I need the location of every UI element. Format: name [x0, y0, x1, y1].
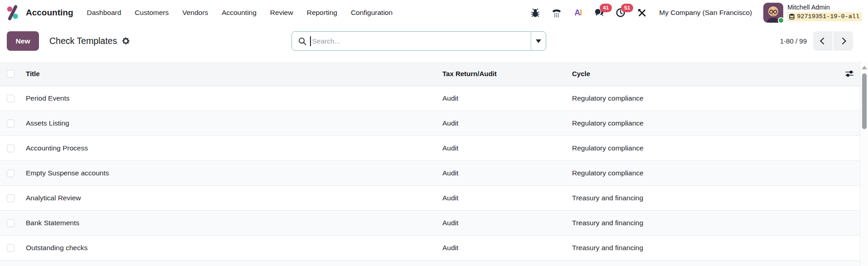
- table-row[interactable]: Accounting Process Audit Regulatory comp…: [0, 136, 860, 161]
- app-name[interactable]: Accounting: [26, 8, 73, 18]
- ai-icon[interactable]: AI: [573, 8, 583, 18]
- cell-cycle[interactable]: Treasury and financing: [567, 194, 860, 202]
- row-checkbox[interactable]: [7, 194, 15, 202]
- menu-item-accounting[interactable]: Accounting: [221, 7, 257, 19]
- database-name: 92719351-19-0-all: [797, 13, 859, 20]
- pager-previous-button[interactable]: [813, 31, 833, 51]
- menu-item-customers[interactable]: Customers: [134, 7, 170, 19]
- search-bar: [291, 31, 546, 51]
- tools-icon[interactable]: [637, 8, 647, 18]
- page-title: Check Templates: [49, 36, 117, 46]
- table-header: Title Tax Return/Audit Cycle: [0, 62, 860, 86]
- cell-tax-return-audit[interactable]: Audit: [437, 244, 567, 252]
- adjust-columns-icon[interactable]: [845, 70, 854, 78]
- cell-cycle[interactable]: Regulatory compliance: [567, 169, 860, 177]
- new-button[interactable]: New: [7, 31, 39, 51]
- cell-tax-return-audit[interactable]: Audit: [437, 169, 567, 177]
- row-checkbox[interactable]: [7, 145, 15, 152]
- pager-next-button[interactable]: [834, 31, 853, 51]
- scrollbar-thumb[interactable]: [862, 73, 867, 129]
- column-header-cycle[interactable]: Cycle: [567, 70, 860, 77]
- column-header-title[interactable]: Title: [21, 70, 437, 77]
- cell-title[interactable]: Assets Listing: [21, 119, 437, 127]
- cell-cycle[interactable]: Regulatory compliance: [567, 94, 860, 102]
- column-header-tax-return-audit[interactable]: Tax Return/Audit: [437, 70, 567, 77]
- cell-tax-return-audit[interactable]: Audit: [437, 119, 567, 127]
- menu-item-dashboard[interactable]: Dashboard: [86, 7, 122, 19]
- search-dropdown-toggle[interactable]: [531, 32, 546, 50]
- cell-title[interactable]: Empty Suspense accounts: [21, 169, 437, 177]
- bug-icon[interactable]: [530, 8, 540, 18]
- messages-count-badge: 41: [600, 4, 612, 12]
- cell-tax-return-audit[interactable]: Audit: [437, 194, 567, 202]
- messages-icon[interactable]: 41: [594, 8, 604, 18]
- gear-icon[interactable]: [121, 37, 131, 46]
- scroll-up-arrow-icon[interactable]: [862, 66, 867, 69]
- menu-item-reporting[interactable]: Reporting: [306, 7, 338, 19]
- activities-count-badge: 51: [621, 4, 633, 12]
- table-row[interactable]: Empty Suspense accounts Audit Regulatory…: [0, 161, 860, 186]
- chevron-right-icon: [839, 38, 846, 45]
- table-row[interactable]: Period Events Audit Regulatory complianc…: [0, 86, 860, 111]
- online-status-dot: [778, 17, 784, 24]
- user-menu[interactable]: Mitchell Admin 92719351-19-0-all: [763, 3, 862, 23]
- pager-range[interactable]: 1-80 / 99: [780, 37, 807, 45]
- chevron-left-icon: [820, 38, 827, 45]
- table-row[interactable]: Assets Listing Audit Regulatory complian…: [0, 111, 860, 136]
- database-badge: 92719351-19-0-all: [787, 12, 862, 21]
- select-all-checkbox[interactable]: [7, 70, 15, 77]
- table-row[interactable]: Analytical Review Audit Treasury and fin…: [0, 186, 860, 211]
- avatar: [763, 3, 783, 23]
- activities-icon[interactable]: 51: [616, 8, 626, 18]
- cell-title[interactable]: Bank Statements: [21, 219, 437, 227]
- table-row[interactable]: Outstanding checks Audit Treasury and fi…: [0, 236, 860, 261]
- cell-cycle[interactable]: Treasury and financing: [567, 244, 860, 252]
- database-icon: [789, 14, 795, 19]
- user-name: Mitchell Admin: [787, 4, 862, 11]
- navbar-systray: AI 41 51 My Company (San Francisco): [530, 3, 863, 23]
- top-navbar: Accounting Dashboard Customers Vendors A…: [0, 0, 868, 25]
- company-switcher[interactable]: My Company (San Francisco): [659, 9, 752, 17]
- list-view: Title Tax Return/Audit Cycle Period Even…: [0, 62, 860, 266]
- cell-tax-return-audit[interactable]: Audit: [437, 144, 567, 152]
- control-panel: New Check Templates 1-80 / 99: [0, 25, 868, 56]
- menu-item-configuration[interactable]: Configuration: [350, 7, 393, 19]
- pager: 1-80 / 99: [780, 31, 853, 51]
- row-checkbox[interactable]: [7, 120, 15, 127]
- cell-title[interactable]: Accounting Process: [21, 144, 437, 152]
- menu-item-review[interactable]: Review: [269, 7, 294, 19]
- text-cursor: [310, 36, 311, 46]
- cell-title[interactable]: Analytical Review: [21, 194, 437, 202]
- menu-item-vendors[interactable]: Vendors: [181, 7, 209, 19]
- table-body: Period Events Audit Regulatory complianc…: [0, 86, 860, 261]
- odoo-accounting-logo-icon[interactable]: [5, 5, 20, 20]
- cell-tax-return-audit[interactable]: Audit: [437, 219, 567, 227]
- cell-cycle[interactable]: Treasury and financing: [567, 219, 860, 227]
- cell-cycle[interactable]: Regulatory compliance: [567, 144, 860, 152]
- cell-cycle[interactable]: Regulatory compliance: [567, 119, 860, 127]
- table-row[interactable]: Bank Statements Audit Treasury and finan…: [0, 211, 860, 236]
- vertical-scrollbar[interactable]: [860, 62, 868, 266]
- search-icon: [298, 37, 306, 45]
- table-row-partial[interactable]: [0, 261, 860, 266]
- chevron-down-icon: [536, 39, 541, 43]
- phone-icon[interactable]: [552, 8, 562, 18]
- cell-title[interactable]: Period Events: [21, 94, 437, 102]
- row-checkbox[interactable]: [7, 219, 15, 227]
- search-input[interactable]: [311, 37, 531, 45]
- row-checkbox[interactable]: [7, 169, 15, 177]
- cell-tax-return-audit[interactable]: Audit: [437, 94, 567, 102]
- row-checkbox[interactable]: [7, 95, 15, 102]
- main-menu: Dashboard Customers Vendors Accounting R…: [86, 7, 394, 19]
- row-checkbox[interactable]: [7, 244, 15, 252]
- cell-title[interactable]: Outstanding checks: [21, 244, 437, 252]
